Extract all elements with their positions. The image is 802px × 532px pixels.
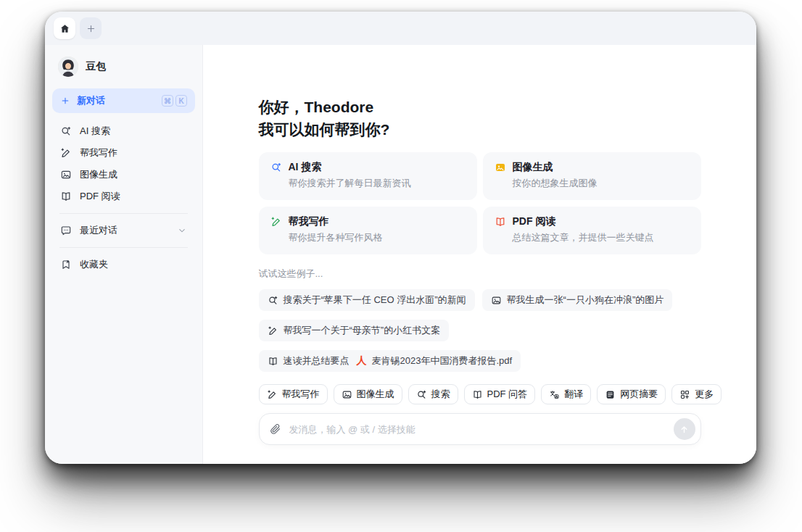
pdf-file-name: 麦肯锡2023年中国消费者报告.pdf bbox=[372, 354, 513, 367]
examples-label: 试试这些例子... bbox=[259, 267, 701, 280]
example-chip-summarize-pdf[interactable]: 速读并总结要点 人 麦肯锡2023年中国消费者报告.pdf bbox=[259, 350, 521, 372]
greeting-line2: 我可以如何帮到你? bbox=[259, 118, 701, 141]
image-icon bbox=[342, 389, 352, 400]
app-window: 豆包 新对话 ⌘ K AI 搜索 帮我写作 bbox=[45, 12, 756, 464]
tab-new[interactable] bbox=[80, 17, 102, 39]
ai-search-icon bbox=[60, 125, 72, 137]
example-chip-text: 帮我生成一张“一只小狗在冲浪”的图片 bbox=[507, 294, 664, 307]
new-chat-button[interactable]: 新对话 ⌘ K bbox=[52, 88, 195, 113]
main-area: 你好，Theodore 我可以如何帮到你? AI 搜索 帮你搜索并了解每日最新资… bbox=[203, 45, 756, 464]
skill-label: 图像生成 bbox=[357, 388, 394, 401]
shortcut-badge: ⌘ K bbox=[162, 95, 187, 107]
arrow-up-icon bbox=[679, 424, 690, 435]
card-title: AI 搜索 bbox=[289, 161, 322, 174]
example-chip-write-post[interactable]: 帮我写一个关于“母亲节”的小红书文案 bbox=[259, 320, 450, 341]
book-icon bbox=[472, 389, 483, 400]
skill-search[interactable]: 搜索 bbox=[408, 384, 458, 404]
profile[interactable]: 豆包 bbox=[52, 54, 195, 88]
cmd-key: ⌘ bbox=[162, 95, 173, 107]
home-icon bbox=[59, 23, 70, 34]
feature-cards: AI 搜索 帮你搜索并了解每日最新资讯 图像生成 按你的想象生成图像 bbox=[259, 152, 701, 254]
example-chip-text: 帮我写一个关于“母亲节”的小红书文案 bbox=[284, 324, 441, 337]
card-desc: 帮你搜索并了解每日最新资讯 bbox=[289, 177, 466, 190]
skill-label: 搜索 bbox=[431, 388, 450, 401]
new-chat-label: 新对话 bbox=[77, 94, 105, 107]
book-icon bbox=[268, 356, 278, 367]
card-writing[interactable]: 帮我写作 帮你提升各种写作风格 bbox=[259, 207, 477, 254]
sidebar: 豆包 新对话 ⌘ K AI 搜索 帮我写作 bbox=[45, 45, 203, 464]
pdf-read-icon bbox=[60, 191, 72, 202]
sidebar-item-label: AI 搜索 bbox=[80, 125, 110, 138]
sidebar-item-favorites[interactable]: 收藏夹 bbox=[52, 254, 195, 275]
card-ai-search[interactable]: AI 搜索 帮你搜索并了解每日最新资讯 bbox=[259, 152, 477, 200]
attach-button[interactable] bbox=[270, 423, 281, 435]
skill-writing[interactable]: 帮我写作 bbox=[259, 384, 328, 404]
skill-label: 翻译 bbox=[564, 388, 583, 401]
search-icon bbox=[416, 389, 427, 400]
skill-label: 帮我写作 bbox=[282, 388, 320, 401]
sidebar-item-label: 最近对话 bbox=[80, 224, 117, 237]
skill-more[interactable]: 更多 bbox=[671, 384, 722, 404]
sidebar-item-ai-search[interactable]: AI 搜索 bbox=[52, 120, 195, 142]
image-icon bbox=[491, 295, 502, 306]
sidebar-nav: AI 搜索 帮我写作 图像生成 PDF 阅读 bbox=[52, 120, 195, 207]
pdf-read-icon bbox=[495, 216, 506, 228]
chevron-down-icon bbox=[177, 225, 187, 236]
sidebar-item-label: 帮我写作 bbox=[80, 146, 117, 159]
sidebar-item-recent-chats[interactable]: 最近对话 bbox=[52, 220, 195, 241]
profile-name: 豆包 bbox=[86, 60, 106, 73]
ai-search-icon bbox=[270, 162, 282, 173]
example-chip-generate-image[interactable]: 帮我生成一张“一只小狗在冲浪”的图片 bbox=[482, 289, 673, 311]
writing-icon bbox=[60, 147, 72, 159]
skill-label: PDF 问答 bbox=[487, 388, 528, 401]
sidebar-item-pdf-read[interactable]: PDF 阅读 bbox=[52, 186, 195, 207]
example-chips: 搜索关于“苹果下一任 CEO 浮出水面”的新闻 帮我生成一张“一只小狗在冲浪”的… bbox=[259, 289, 701, 372]
spacer bbox=[259, 372, 701, 384]
pen-icon bbox=[268, 325, 278, 336]
divider bbox=[59, 213, 188, 214]
message-input[interactable] bbox=[288, 423, 667, 436]
message-composer[interactable] bbox=[259, 413, 701, 445]
skill-bar: 帮我写作 图像生成 搜索 PDF 问答 bbox=[259, 384, 701, 404]
pdf-file-icon: 人 bbox=[357, 354, 367, 367]
image-gen-icon bbox=[60, 169, 72, 180]
skill-web-summary[interactable]: 网页摘要 bbox=[597, 384, 666, 404]
skill-label: 网页摘要 bbox=[620, 388, 658, 401]
plus-icon bbox=[86, 23, 96, 34]
plus-icon bbox=[60, 96, 70, 106]
card-desc: 总结这篇文章，并提供一些关键点 bbox=[513, 231, 690, 244]
tab-bar bbox=[45, 12, 756, 45]
image-gen-icon bbox=[495, 162, 506, 173]
card-image-gen[interactable]: 图像生成 按你的想象生成图像 bbox=[483, 152, 701, 200]
tab-home[interactable] bbox=[54, 17, 75, 39]
webpage-icon bbox=[605, 389, 616, 400]
card-desc: 帮你提升各种写作风格 bbox=[289, 231, 466, 244]
pen-icon bbox=[267, 389, 278, 400]
card-desc: 按你的想象生成图像 bbox=[513, 177, 690, 190]
sidebar-item-label: 图像生成 bbox=[80, 168, 117, 181]
example-chip-text: 速读并总结要点 bbox=[284, 354, 350, 367]
greeting-line1: 你好，Theodore bbox=[259, 96, 701, 118]
sidebar-item-writing[interactable]: 帮我写作 bbox=[52, 142, 195, 164]
k-key: K bbox=[175, 95, 187, 107]
skill-label: 更多 bbox=[695, 388, 714, 401]
card-pdf-read[interactable]: PDF 阅读 总结这篇文章，并提供一些关键点 bbox=[483, 207, 701, 254]
divider bbox=[59, 247, 188, 248]
avatar bbox=[58, 57, 78, 77]
skill-pdf-qa[interactable]: PDF 问答 bbox=[464, 384, 536, 404]
greeting: 你好，Theodore 我可以如何帮到你? bbox=[259, 96, 701, 141]
example-chip-text: 搜索关于“苹果下一任 CEO 浮出水面”的新闻 bbox=[284, 294, 466, 307]
more-icon bbox=[679, 389, 690, 400]
chat-bubble-icon bbox=[60, 225, 72, 236]
example-chip-search-news[interactable]: 搜索关于“苹果下一任 CEO 浮出水面”的新闻 bbox=[259, 289, 475, 311]
card-title: 图像生成 bbox=[513, 161, 553, 174]
paperclip-icon bbox=[270, 423, 281, 435]
skill-translate[interactable]: 翻译 bbox=[541, 384, 591, 404]
send-button[interactable] bbox=[674, 418, 695, 440]
sidebar-item-label: PDF 阅读 bbox=[80, 190, 120, 203]
card-title: PDF 阅读 bbox=[513, 215, 556, 228]
sidebar-item-label: 收藏夹 bbox=[80, 258, 108, 271]
writing-icon bbox=[270, 216, 282, 228]
sidebar-item-image-gen[interactable]: 图像生成 bbox=[52, 164, 195, 186]
skill-image-gen[interactable]: 图像生成 bbox=[334, 384, 402, 404]
